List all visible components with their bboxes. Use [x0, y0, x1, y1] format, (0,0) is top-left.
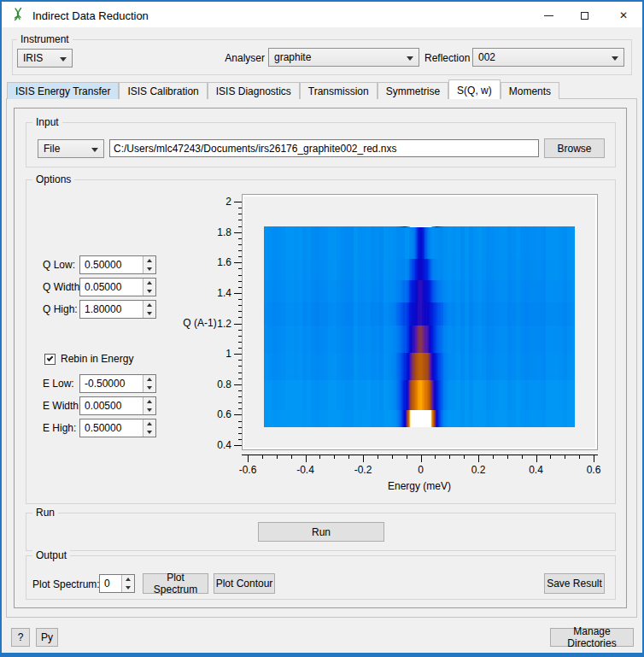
- y-axis-major-tick: [234, 293, 242, 294]
- x-axis-minor-tick: [449, 455, 450, 459]
- x-axis-minor-tick: [550, 455, 551, 459]
- x-axis-tick-label: -0.6: [231, 464, 265, 476]
- spin-down-icon: [147, 290, 152, 293]
- spin-buttons[interactable]: [143, 256, 155, 273]
- y-axis-minor-tick: [238, 342, 242, 343]
- spin-down-icon: [147, 408, 152, 412]
- y-axis-major-tick: [234, 384, 242, 385]
- y-axis-minor-tick: [238, 439, 242, 440]
- close-button[interactable]: ✕: [609, 3, 638, 27]
- y-axis-minor-tick: [238, 208, 242, 208]
- y-axis-minor-tick: [238, 348, 242, 349]
- y-axis-minor-tick: [238, 433, 242, 434]
- y-axis-minor-tick: [238, 317, 242, 318]
- x-axis-major-tick: [421, 455, 422, 462]
- manage-directories-button[interactable]: Manage Directories: [550, 628, 634, 647]
- y-axis-minor-tick: [238, 238, 242, 239]
- y-axis-minor-tick: [238, 427, 242, 428]
- spin-up-icon: [147, 400, 152, 403]
- x-axis-major-tick: [306, 455, 307, 462]
- minimize-button[interactable]: [534, 3, 563, 27]
- x-axis-tick-label: 0.2: [461, 464, 495, 476]
- y-axis-tick-label: 0.4: [197, 439, 231, 451]
- spin-up-icon: [147, 378, 152, 381]
- tab-isis-diagnostics[interactable]: ISIS Diagnostics: [208, 82, 300, 99]
- tab-transmission[interactable]: Transmission: [300, 82, 378, 99]
- x-axis-minor-tick: [262, 455, 263, 459]
- reflection-label: Reflection: [424, 52, 470, 64]
- y-axis-minor-tick: [238, 281, 242, 282]
- spin-down-icon: [147, 267, 152, 271]
- window-bottom-border: [0, 653, 644, 657]
- y-axis-minor-tick: [238, 256, 242, 257]
- y-axis-tick-label: 1.4: [197, 287, 231, 299]
- y-axis-minor-tick: [238, 305, 242, 306]
- chevron-down-icon: [91, 148, 98, 152]
- spin-buttons[interactable]: [143, 301, 155, 318]
- e-width-spinbox[interactable]: 0.00500: [79, 396, 156, 415]
- e-high-spinbox[interactable]: 0.50000: [79, 419, 156, 437]
- x-axis-minor-tick: [507, 455, 508, 459]
- rebin-in-energy-checkbox[interactable]: [44, 354, 56, 365]
- spin-buttons[interactable]: [143, 279, 155, 296]
- spin-buttons[interactable]: [143, 375, 155, 392]
- sqw-heatmap: [264, 226, 575, 427]
- y-axis-major-tick: [234, 354, 242, 355]
- y-axis-minor-tick: [238, 287, 242, 288]
- y-axis-major-tick: [234, 324, 242, 325]
- instrument-combobox[interactable]: IRIS: [17, 49, 73, 67]
- x-axis-minor-tick: [392, 455, 393, 459]
- tab-isis-energy-transfer[interactable]: ISIS Energy Transfer: [7, 82, 119, 99]
- python-export-button[interactable]: Py: [36, 628, 58, 647]
- reflection-combobox[interactable]: 002: [472, 48, 624, 67]
- reflection-combobox-value: 002: [478, 51, 495, 63]
- x-axis-tick-label: 0.6: [577, 464, 611, 476]
- maximize-button[interactable]: [570, 3, 599, 27]
- title-bar: Indirect Data Reduction ✕: [2, 2, 642, 27]
- y-axis-minor-tick: [238, 226, 242, 227]
- file-path-input[interactable]: [109, 139, 539, 157]
- browse-button[interactable]: Browse: [544, 138, 605, 158]
- tab-isis-calibration[interactable]: ISIS Calibration: [119, 82, 207, 99]
- q-high-value: 1.80000: [85, 303, 121, 315]
- spin-buttons[interactable]: [121, 575, 134, 592]
- q-low-spinbox[interactable]: 0.50000: [79, 255, 156, 274]
- y-axis-minor-tick: [238, 390, 242, 391]
- spin-buttons[interactable]: [143, 397, 155, 414]
- y-axis-major-tick: [234, 232, 242, 233]
- plot-spectrum-button[interactable]: Plot Spectrum: [143, 573, 208, 594]
- x-axis-major-tick: [478, 455, 479, 462]
- q-width-spinbox[interactable]: 0.05000: [79, 278, 156, 296]
- plot-spectrum-spinbox[interactable]: 0: [99, 574, 135, 593]
- tab-symmetrise[interactable]: Symmetrise: [378, 82, 448, 99]
- e-high-label: E High:: [43, 422, 76, 434]
- x-axis-tick-label: -0.2: [346, 464, 380, 476]
- y-axis-minor-tick: [238, 214, 242, 214]
- y-axis-minor-tick: [238, 378, 242, 379]
- input-source-combobox[interactable]: File: [38, 139, 104, 158]
- spin-buttons[interactable]: [143, 419, 155, 437]
- y-axis-major-tick: [234, 414, 242, 415]
- y-axis-minor-tick: [238, 372, 242, 373]
- x-axis-minor-tick: [334, 455, 335, 459]
- chevron-down-icon: [60, 57, 67, 62]
- help-button[interactable]: ?: [11, 628, 30, 647]
- y-axis-major-tick: [234, 262, 242, 263]
- plot-contour-button[interactable]: Plot Contour: [214, 573, 275, 594]
- x-axis-minor-tick: [435, 455, 436, 459]
- tab-moments[interactable]: Moments: [501, 82, 559, 99]
- tab-sqw[interactable]: S(Q, w): [448, 79, 501, 99]
- e-high-value: 0.50000: [85, 422, 121, 434]
- close-icon: ✕: [619, 10, 628, 21]
- q-high-spinbox[interactable]: 1.80000: [79, 300, 156, 319]
- analyser-combobox[interactable]: graphite: [268, 48, 419, 67]
- run-button[interactable]: Run: [258, 522, 384, 542]
- window-title: Indirect Data Reduction: [32, 9, 149, 22]
- save-result-button[interactable]: Save Result: [544, 573, 605, 594]
- y-axis-minor-tick: [238, 244, 242, 245]
- rebin-in-energy-label: Rebin in Energy: [61, 353, 133, 365]
- e-low-spinbox[interactable]: -0.50000: [79, 374, 156, 393]
- y-axis-title: Q (A-1): [173, 317, 226, 329]
- q-low-label: Q Low:: [43, 259, 75, 271]
- x-axis-minor-tick: [565, 455, 565, 459]
